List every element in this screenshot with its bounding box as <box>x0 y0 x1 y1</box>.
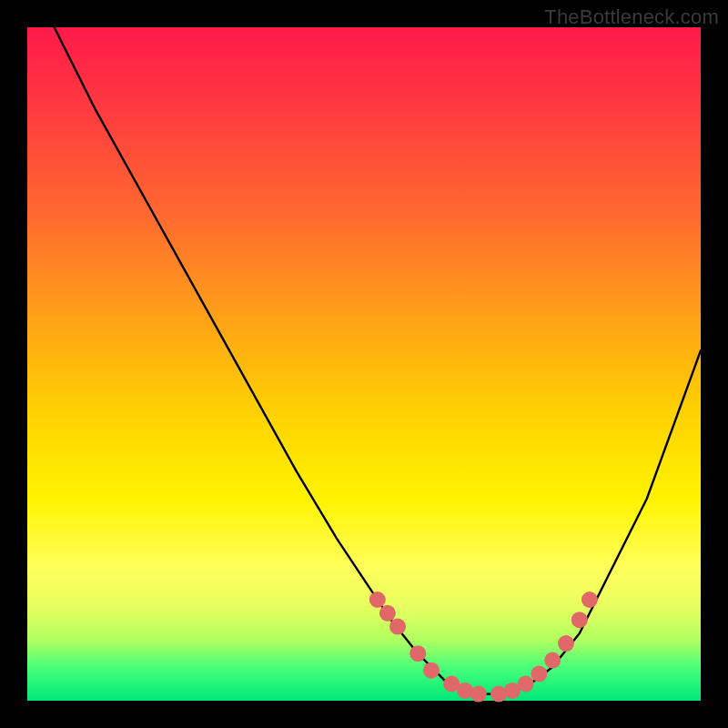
sample-dot <box>558 635 574 652</box>
sample-dot <box>581 592 598 608</box>
sample-dot <box>379 605 396 622</box>
sample-dot <box>410 645 426 662</box>
sample-dot <box>571 612 588 628</box>
sample-dot <box>470 686 487 703</box>
sample-dot <box>531 665 547 682</box>
watermark-text: TheBottleneck.com <box>544 5 719 29</box>
sample-dot <box>389 619 406 635</box>
sample-dot <box>544 652 561 669</box>
sample-dot <box>423 662 440 679</box>
sample-dot <box>518 676 534 693</box>
plot-area <box>27 27 701 701</box>
sample-dots-group <box>369 592 598 703</box>
chart-frame: TheBottleneck.com <box>0 0 728 728</box>
sample-dot <box>369 592 386 608</box>
chart-svg <box>27 27 701 701</box>
